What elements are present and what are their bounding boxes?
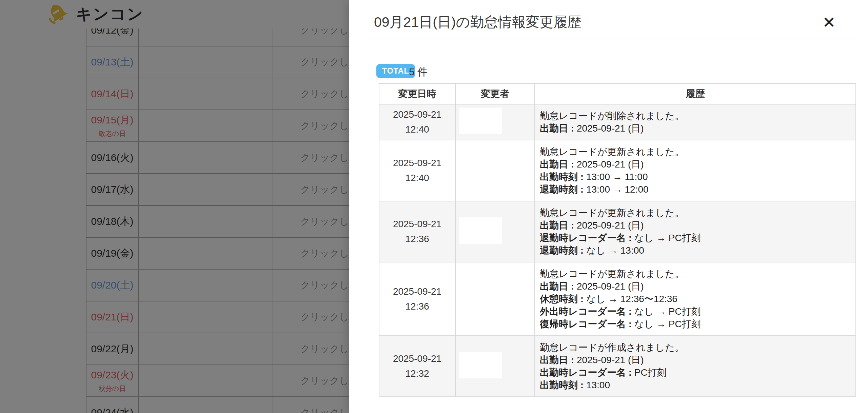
change-date: 2025-09-21 <box>380 284 455 299</box>
history-row: 2025-09-2112:40勤怠レコードが更新されました。出勤日 : 2025… <box>379 140 856 201</box>
change-date: 2025-09-21 <box>380 351 455 366</box>
history-field-value: なし → PC打刻 <box>634 306 701 317</box>
history-line: 出勤時刻 : 13:00 → 11:00 <box>540 171 852 183</box>
history-field-value: なし → 13:00 <box>586 245 644 256</box>
history-field-label: 退勤時レコーダー名 : <box>540 233 634 243</box>
history-line: 退勤時刻 : なし → 13:00 <box>540 244 852 257</box>
redacted-changer-name <box>459 217 502 244</box>
header-change-datetime: 変更日時 <box>379 83 455 104</box>
history-field-value: 勤怠レコードが作成されました。 <box>540 342 684 353</box>
history-field-label: 出勤日 : <box>540 123 577 134</box>
history-field-label: 出勤時レコーダー名 : <box>540 367 634 378</box>
change-date: 2025-09-21 <box>380 156 455 171</box>
history-row: 2025-09-2112:32勤怠レコードが作成されました。出勤日 : 2025… <box>379 336 856 397</box>
change-date: 2025-09-21 <box>380 107 455 122</box>
history-line: 出勤日 : 2025-09-21 (日) <box>540 219 852 232</box>
history-row: 2025-09-2112:40勤怠レコードが削除されました。出勤日 : 2025… <box>379 104 856 140</box>
history-field-label: 出勤時刻 : <box>540 380 586 390</box>
history-field-label: 出勤日 : <box>540 220 577 231</box>
redacted-changer-name <box>459 156 502 183</box>
change-time: 12:32 <box>380 366 455 381</box>
redacted-changer-name <box>459 108 502 134</box>
history-field-value: 勤怠レコードが削除されました。 <box>540 111 684 121</box>
history-field-value: 13:00 → 11:00 <box>586 172 648 182</box>
change-datetime-cell: 2025-09-2112:40 <box>379 140 455 201</box>
redacted-changer-name <box>459 352 502 378</box>
history-line: 勤怠レコードが更新されました。 <box>540 145 852 158</box>
history-field-value: 勤怠レコードが更新されました。 <box>540 269 684 279</box>
header-changer: 変更者 <box>455 83 535 104</box>
changer-cell <box>455 336 535 397</box>
history-detail-cell: 勤怠レコードが作成されました。出勤日 : 2025-09-21 (日)出勤時レコ… <box>535 336 856 397</box>
history-detail-cell: 勤怠レコードが削除されました。出勤日 : 2025-09-21 (日) <box>535 104 856 140</box>
history-field-label: 休憩時刻 : <box>540 294 586 304</box>
close-icon[interactable]: ✕ <box>817 13 841 32</box>
history-field-value: なし → PC打刻 <box>634 319 701 329</box>
history-field-value: 2025-09-21 (日) <box>577 123 644 134</box>
history-field-value: 2025-09-21 (日) <box>577 159 644 170</box>
history-table-body: 2025-09-2112:40勤怠レコードが削除されました。出勤日 : 2025… <box>379 104 856 397</box>
history-field-value: 勤怠レコードが更新されました。 <box>540 146 684 157</box>
history-field-value: 13:00 → 12:00 <box>586 184 649 195</box>
history-detail-cell: 勤怠レコードが更新されました。出勤日 : 2025-09-21 (日)休憩時刻 … <box>535 262 856 336</box>
history-line: 休憩時刻 : なし → 12:36〜12:36 <box>540 293 852 305</box>
history-line: 勤怠レコードが更新されました。 <box>540 268 852 280</box>
history-field-label: 退勤時刻 : <box>540 245 586 256</box>
title-divider <box>363 39 855 39</box>
history-field-label: 出勤日 : <box>540 355 577 365</box>
history-line: 勤怠レコードが更新されました。 <box>540 206 852 219</box>
history-field-label: 外出時レコーダー名 : <box>540 306 634 317</box>
history-field-value: なし → PC打刻 <box>634 233 701 243</box>
history-line: 出勤時刻 : 13:00 <box>540 379 852 391</box>
history-line: 勤怠レコードが削除されました。 <box>540 110 852 122</box>
history-row: 2025-09-2112:36勤怠レコードが更新されました。出勤日 : 2025… <box>379 201 856 262</box>
history-field-label: 出勤日 : <box>540 159 577 170</box>
history-detail-cell: 勤怠レコードが更新されました。出勤日 : 2025-09-21 (日)出勤時刻 … <box>535 140 856 201</box>
modal-title: 09月21日(日)の勤怠情報変更履歴 <box>374 15 581 29</box>
changer-cell <box>455 104 535 140</box>
changer-cell <box>455 262 535 336</box>
change-time: 12:36 <box>380 299 455 314</box>
history-field-label: 出勤時刻 : <box>540 172 586 182</box>
history-field-label: 復帰時レコーダー名 : <box>540 319 634 329</box>
attendance-history-modal: 09月21日(日)の勤怠情報変更履歴 ✕ TOTAL 5 件 変更日時 変更者 … <box>349 0 868 413</box>
history-field-value: 13:00 <box>586 380 610 390</box>
history-line: 外出時レコーダー名 : なし → PC打刻 <box>540 305 852 318</box>
change-datetime-cell: 2025-09-2112:32 <box>379 336 455 397</box>
history-line: 復帰時レコーダー名 : なし → PC打刻 <box>540 318 852 330</box>
history-field-label: 出勤日 : <box>540 281 577 292</box>
history-field-value: 2025-09-21 (日) <box>577 220 644 231</box>
history-field-value: 勤怠レコードが更新されました。 <box>540 208 684 218</box>
changer-cell <box>455 201 535 262</box>
change-date: 2025-09-21 <box>380 217 455 232</box>
history-line: 出勤日 : 2025-09-21 (日) <box>540 158 852 171</box>
change-time: 12:40 <box>380 122 455 137</box>
history-row: 2025-09-2112:36勤怠レコードが更新されました。出勤日 : 2025… <box>379 262 856 336</box>
history-line: 出勤時レコーダー名 : PC打刻 <box>540 366 852 379</box>
history-line: 退勤時刻 : 13:00 → 12:00 <box>540 183 852 196</box>
change-datetime-cell: 2025-09-2112:36 <box>379 262 455 336</box>
history-table: 変更日時 変更者 履歴 2025-09-2112:40勤怠レコードが削除されまし… <box>379 83 856 397</box>
history-field-value: 2025-09-21 (日) <box>577 281 644 292</box>
redacted-changer-name <box>459 284 502 311</box>
history-line: 出勤日 : 2025-09-21 (日) <box>540 122 852 135</box>
history-line: 退勤時レコーダー名 : なし → PC打刻 <box>540 232 852 244</box>
history-detail-cell: 勤怠レコードが更新されました。出勤日 : 2025-09-21 (日)退勤時レコ… <box>535 201 856 262</box>
history-line: 勤怠レコードが作成されました。 <box>540 341 852 354</box>
history-field-value: PC打刻 <box>634 367 667 378</box>
history-line: 出勤日 : 2025-09-21 (日) <box>540 280 852 293</box>
history-field-value: 2025-09-21 (日) <box>577 355 644 365</box>
header-history: 履歴 <box>535 83 856 104</box>
history-field-label: 退勤時刻 : <box>540 184 586 195</box>
change-datetime-cell: 2025-09-2112:40 <box>379 104 455 140</box>
change-time: 12:40 <box>380 171 455 185</box>
history-field-value: なし → 12:36〜12:36 <box>586 294 677 304</box>
total-count: 5 件 <box>409 65 428 79</box>
change-datetime-cell: 2025-09-2112:36 <box>379 201 455 262</box>
history-line: 出勤日 : 2025-09-21 (日) <box>540 354 852 366</box>
history-header-row: 変更日時 変更者 履歴 <box>379 83 856 104</box>
change-time: 12:36 <box>380 232 455 247</box>
changer-cell <box>455 140 535 201</box>
